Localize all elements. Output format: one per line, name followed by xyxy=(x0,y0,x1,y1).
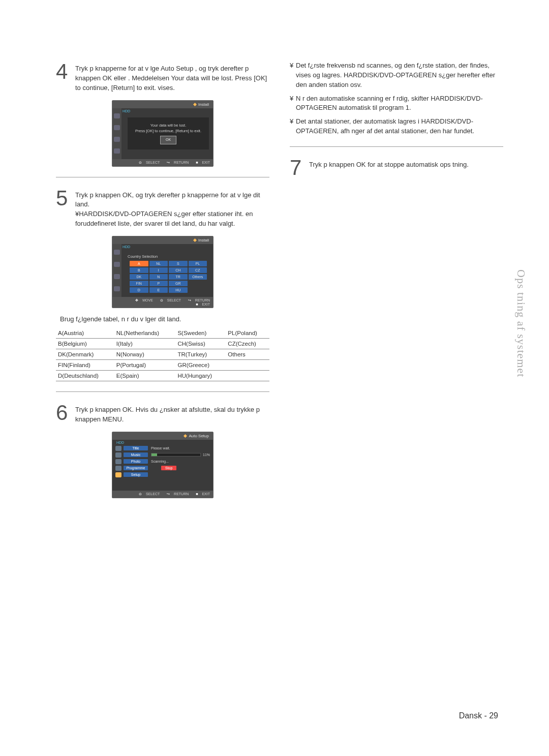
screenshot-country-selection: Install HDD Country Selection ANLSPLBICH… xyxy=(112,236,214,308)
country-table-cell: A(Austria) xyxy=(56,328,114,339)
country-table-cell: S(Sweden) xyxy=(175,328,226,339)
country-cell: GR xyxy=(169,281,188,286)
menu-icon xyxy=(115,466,121,471)
step-text: Tryk p knappen OK. Hvis du ¿nsker at afs… xyxy=(75,402,269,425)
country-table-cell: E(Spain) xyxy=(114,370,176,381)
country-cell: N xyxy=(149,274,168,280)
country-table-cell: N(Norway) xyxy=(114,349,176,359)
divider xyxy=(56,391,269,392)
divider xyxy=(290,146,503,147)
country-table-cell: NL(Netherlands) xyxy=(114,328,176,339)
step-number: 5 xyxy=(56,188,75,229)
bullet-item: Det antal stationer, der automatisk lagr… xyxy=(290,117,503,136)
step-number: 6 xyxy=(56,402,75,425)
page-number: Dansk - 29 xyxy=(459,711,498,720)
menu-label: Title xyxy=(124,446,148,450)
section-title-vertical: Ops tning af systemet xyxy=(514,269,528,377)
menu-icon xyxy=(115,452,121,458)
country-table-intro: Brug f¿lgende tabel, n r du v lger dit l… xyxy=(60,315,269,323)
country-cell: A xyxy=(130,261,148,266)
country-table-cell: PL(Poland) xyxy=(226,328,269,339)
screenshot-install-dialog: Install HDD Your data will be lost. Pres… xyxy=(112,100,214,167)
country-table-cell: I(Italy) xyxy=(114,338,176,349)
ok-button: OK xyxy=(160,136,176,144)
country-table-cell xyxy=(226,359,269,370)
country-cell: P xyxy=(149,281,168,286)
step-5: 5 Tryk p knappen OK, og tryk derefter p … xyxy=(56,188,269,229)
step-text: Tryk p knappen OK for at stoppe automati… xyxy=(309,157,469,178)
menu-icon xyxy=(115,446,121,451)
country-table-cell: D(Deutschland) xyxy=(56,370,114,381)
country-cell: DK xyxy=(130,274,148,280)
menu-icon xyxy=(115,459,121,464)
bullet-item: N r den automatiske scanning er f rdig, … xyxy=(290,94,503,113)
country-cell: I xyxy=(149,267,168,273)
country-cell: TR xyxy=(169,274,188,280)
divider xyxy=(56,177,269,177)
step-4: 4 Tryk p knapperne for at v lge Auto Set… xyxy=(56,61,269,93)
screenshot-auto-setup: Auto Setup HDD TitlePlease wait.Music11%… xyxy=(112,432,214,498)
country-table-cell: B(Belgium) xyxy=(56,338,114,349)
bullet-list: Det f¿rste frekvensb nd scannes, og den … xyxy=(290,61,503,136)
step-6: 6 Tryk p knappen OK. Hvis du ¿nsker at a… xyxy=(56,402,269,425)
left-column: 4 Tryk p knapperne for at v lge Auto Set… xyxy=(56,61,269,503)
country-cell: Others xyxy=(189,274,207,280)
country-table-cell: Others xyxy=(226,349,269,359)
step-text: Tryk p knapperne for at v lge Auto Setup… xyxy=(75,61,269,93)
country-table: A(Austria)NL(Netherlands)S(Sweden)PL(Pol… xyxy=(56,328,269,381)
country-table-cell: TR(Turkey) xyxy=(175,349,226,359)
right-column: Det f¿rste frekvensb nd scannes, og den … xyxy=(290,61,503,503)
country-table-cell: P(Portugal) xyxy=(114,359,176,370)
country-cell: CH xyxy=(169,267,188,273)
country-cell: PL xyxy=(189,261,207,266)
country-table-cell: CZ(Czech) xyxy=(226,338,269,349)
menu-label: Programme xyxy=(124,466,148,470)
menu-icon xyxy=(115,472,121,477)
step-number: 4 xyxy=(56,61,75,93)
country-table-cell: DK(Denmark) xyxy=(56,349,114,359)
country-table-cell: CH(Swiss) xyxy=(175,338,226,349)
country-cell: HU xyxy=(169,287,188,293)
country-table-cell: GR(Greece) xyxy=(175,359,226,370)
country-cell: CZ xyxy=(189,267,207,273)
step-7: 7 Tryk p knappen OK for at stoppe automa… xyxy=(290,157,503,178)
country-table-cell: HU(Hungary) xyxy=(175,370,226,381)
country-table-cell xyxy=(226,370,269,381)
stop-button: Stop xyxy=(161,466,176,470)
country-cell: FIN xyxy=(130,281,148,286)
step-number: 7 xyxy=(290,157,309,178)
menu-label: Music xyxy=(124,452,148,457)
menu-label: Setup xyxy=(124,472,148,477)
country-table-cell: FIN(Finland) xyxy=(56,359,114,370)
menu-label: Photo xyxy=(124,459,148,464)
country-cell: D xyxy=(130,287,148,293)
step-text: Tryk p knappen OK, og tryk derefter p kn… xyxy=(75,188,269,229)
country-cell: B xyxy=(130,267,148,273)
country-cell: E xyxy=(149,287,168,293)
bullet-item: Det f¿rste frekvensb nd scannes, og den … xyxy=(290,61,503,90)
country-cell: S xyxy=(169,261,188,266)
country-cell: NL xyxy=(149,261,168,266)
